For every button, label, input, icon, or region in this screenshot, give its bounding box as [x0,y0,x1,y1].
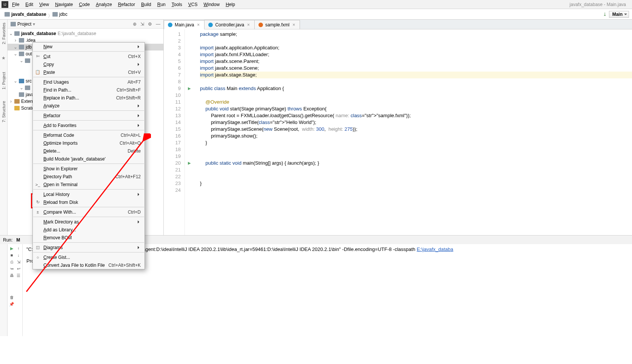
close-icon[interactable]: × [292,22,296,28]
up-icon[interactable]: ↑ [16,246,21,251]
menu-analyze[interactable]: Analyze [93,1,115,8]
camera-icon[interactable]: ⎙ [9,259,14,265]
run-output-link[interactable]: E:\javafx_databa [417,246,453,252]
chevron-icon[interactable]: ⌄ [14,44,17,50]
folder-icon [25,58,30,63]
editor-tab-controller-java[interactable]: Controller.java× [204,20,255,29]
menu-item-label: Cut [43,54,128,59]
separator [33,189,144,190]
menu-item-reformat-code[interactable]: Reformat CodeCtrl+Alt+L [33,131,145,139]
menu-view[interactable]: View [36,1,52,8]
collapse-icon[interactable]: ⇲ [140,21,144,27]
export-icon[interactable]: ⇲ [16,259,21,265]
menu-item-new[interactable]: New [33,43,145,50]
menu-item-label: Mark Directory as [43,219,141,225]
menu-item-label: Paste [43,70,128,75]
menu-item-replace-in-path[interactable]: Replace in Path...Ctrl+Shift+R [33,94,145,102]
menu-item-open-in-terminal[interactable]: >_Open in Terminal [33,180,145,188]
shortcut-label: Ctrl+D [128,210,141,215]
shortcut-label: Ctrl+Shift+R [116,95,141,101]
menu-item-remove-bom[interactable]: Remove BOM [33,234,145,242]
pin-icon[interactable]: 📌 [9,301,14,307]
run-gutter-icon[interactable]: ▶ [188,85,191,92]
menu-item-convert-java-file-to-kotlin-file[interactable]: Convert Java File to Kotlin FileCtrl+Alt… [33,261,145,269]
filter-icon[interactable]: ☰ [16,273,21,278]
chevron-icon[interactable]: ⌄ [14,51,17,57]
menu-refactor[interactable]: Refactor [115,1,138,8]
build-icon[interactable]: ⤓ [603,12,607,17]
menu-run[interactable]: Run [154,1,169,8]
menu-tools[interactable]: Tools [169,1,185,8]
menu-edit[interactable]: Edit [22,1,36,8]
tab-structure[interactable]: 7: Structure [2,101,6,122]
menu-item-optimize-imports[interactable]: Optimize ImportsCtrl+Alt+O [33,139,145,147]
tree-path: E:\javafx_database [58,31,96,36]
menu-item-cut[interactable]: ✄CutCtrl+X [33,52,145,60]
chevron-icon[interactable]: ⌄ [20,85,23,90]
menu-item-mark-directory-as[interactable]: Mark Directory as [33,218,145,226]
rerun-icon[interactable]: ▶ [9,246,14,251]
menu-item-reload-from-disk[interactable]: ↻Reload from Disk [33,198,145,206]
breadcrumb-child[interactable]: jdbc [51,12,69,17]
menu-vcs[interactable]: VCS [185,1,201,8]
menu-item-show-in-explorer[interactable]: Show in Explorer [33,165,145,173]
folder-icon [19,45,24,49]
menu-item-find-in-path[interactable]: Find in Path...Ctrl+Shift+F [33,86,145,94]
down-icon[interactable]: ↓ [16,252,21,258]
editor-tab-sample-fxml[interactable]: sample.fxml× [254,20,300,29]
tree-row[interactable]: ⌄javafx_database E:\javafx_database [8,30,163,37]
tab-favorites[interactable]: 2: Favorites [2,23,6,44]
menu-icon: ○ [35,255,40,260]
run-config-combo[interactable]: Main [609,11,629,18]
menu-item-label: New [43,44,141,49]
tree-label: Scratc [21,106,34,111]
menu-item-paste[interactable]: 📋PasteCtrl+V [33,68,145,76]
menu-item-label: Copy [43,62,141,67]
print-icon[interactable]: 🖶 [9,273,14,278]
gear-icon[interactable]: ⚙ [148,21,152,27]
menu-item-build-module-javafx-database[interactable]: Build Module 'javafx_database' [33,155,145,163]
navigation-bar: javafx_database 〉 jdbc ⤓ Main [0,9,632,20]
menu-item-label: Compare With... [43,210,128,215]
close-icon[interactable]: × [196,22,200,28]
chevron-icon[interactable]: ⌄ [20,58,23,63]
run-config-name: M [16,237,20,243]
menu-item-add-as-library[interactable]: Add as Library... [33,226,145,234]
stop-icon[interactable]: ■ [9,252,14,258]
layout-icon[interactable]: ≔ [9,266,14,271]
breadcrumb-root[interactable]: javafx_database [3,12,48,17]
menu-item-delete[interactable]: Delete...Delete [33,147,145,155]
menu-navigate[interactable]: Navigate [52,1,76,8]
tab-project[interactable]: 1: Project [2,72,6,89]
menu-item-find-usages[interactable]: Find UsagesAlt+F7 [33,78,145,86]
trash-icon[interactable]: 🗑 [9,295,14,300]
wrap-icon[interactable]: ↩ [16,266,21,271]
chevron-down-icon[interactable]: ▾ [33,21,35,27]
hide-icon[interactable]: — [156,21,160,27]
menu-icon: ↻ [35,200,40,205]
code-editor[interactable]: package sample; import javafx.applicatio… [195,29,632,235]
chevron-icon[interactable]: ⌄ [9,31,13,36]
menu-item-copy[interactable]: Copy [33,60,145,68]
chevron-icon[interactable]: ⌄ [14,78,17,84]
menu-item-directory-path[interactable]: Directory PathCtrl+Alt+F12 [33,173,145,180]
menu-item-add-to-favorites[interactable]: Add to Favorites [33,121,145,129]
menu-item-refactor[interactable]: Refactor [33,112,145,119]
menu-window[interactable]: Window [200,1,223,8]
close-icon[interactable]: × [246,22,251,28]
menu-item-create-gist[interactable]: ○Create Gist... [33,253,145,261]
menu-item-diagrams[interactable]: ◫Diagrams [33,243,145,251]
menu-item-analyze[interactable]: Analyze [33,102,145,110]
menu-item-compare-with[interactable]: ±Compare With...Ctrl+D [33,208,145,216]
menu-code[interactable]: Code [76,1,93,8]
menu-help[interactable]: Help [223,1,238,8]
editor-tab-main-java[interactable]: Main.java× [164,20,205,29]
menu-build[interactable]: Build [138,1,154,8]
chevron-icon[interactable]: › [9,99,13,104]
run-gutter-icon[interactable]: ▶ [188,160,191,167]
target-icon[interactable]: ⊕ [133,21,137,27]
file-icon [168,23,172,27]
chevron-icon[interactable]: › [14,38,17,43]
menu-item-local-history[interactable]: Local History [33,190,145,198]
menu-file[interactable]: File [9,1,22,8]
